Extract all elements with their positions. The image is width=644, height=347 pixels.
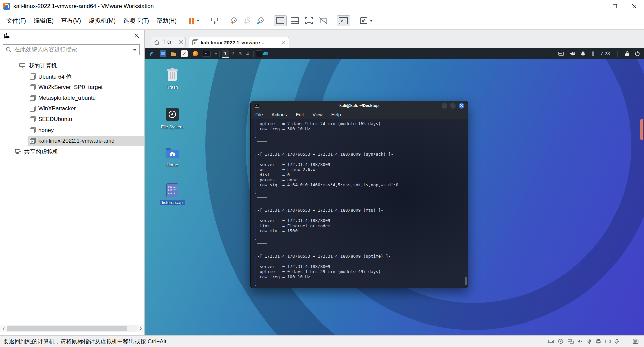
- sound-icon[interactable]: [578, 339, 583, 344]
- firefox-icon[interactable]: [192, 50, 199, 57]
- terminal-menu-edit[interactable]: Edit: [296, 112, 304, 117]
- menu-view[interactable]: 查看(V): [57, 15, 85, 27]
- hard-disk-icon[interactable]: [548, 339, 554, 344]
- message-log-icon[interactable]: [633, 339, 639, 344]
- search-options-caret[interactable]: [133, 49, 137, 51]
- chevron-down-icon: [370, 20, 373, 22]
- terminal-close-button[interactable]: [459, 103, 464, 109]
- minimize-icon: [593, 4, 597, 8]
- suspend-vm-button[interactable]: [187, 16, 201, 25]
- volume-icon[interactable]: [569, 51, 575, 56]
- revert-snapshot-button[interactable]: [241, 15, 253, 26]
- battery-icon[interactable]: [591, 51, 595, 56]
- fit-guest-button[interactable]: [358, 16, 375, 26]
- vm-icon: [30, 116, 36, 122]
- file-system-icon: [165, 107, 180, 122]
- terminal-launcher-icon[interactable]: >_: [203, 51, 211, 57]
- terminal-menu-view[interactable]: View: [313, 112, 323, 117]
- terminal-scrollbar-thumb[interactable]: [465, 277, 467, 285]
- terminal-menu-file[interactable]: File: [255, 112, 263, 117]
- network-icon[interactable]: [558, 51, 564, 56]
- vm-icon: [30, 73, 36, 80]
- desktop-icon-file-system[interactable]: File System: [157, 107, 188, 130]
- unity-mode-button[interactable]: [317, 16, 329, 26]
- paint-icon[interactable]: [262, 50, 269, 57]
- home-folder-icon: [165, 145, 180, 160]
- fullscreen-button[interactable]: [303, 16, 315, 26]
- take-snapshot-button[interactable]: [228, 15, 239, 26]
- tree-item-my-computer[interactable]: 我的计算机: [0, 60, 144, 71]
- terminal-maximize-button[interactable]: [450, 103, 456, 109]
- icon-label: Home: [165, 162, 180, 168]
- minimize-button[interactable]: [586, 0, 605, 12]
- workspace-1[interactable]: 1: [222, 50, 229, 58]
- workspace-3[interactable]: 3: [236, 50, 244, 58]
- tree-item-vm[interactable]: Metasploitable_ubuntu: [0, 93, 144, 103]
- logout-icon[interactable]: [635, 51, 640, 56]
- tab-home[interactable]: 主页: [151, 37, 186, 47]
- vm-icon: [30, 95, 36, 101]
- usb-icon[interactable]: [587, 339, 592, 344]
- scroll-right-arrow[interactable]: [137, 325, 144, 332]
- tree-item-vm[interactable]: WinXPattacker: [0, 103, 144, 114]
- tree-item-vm-selected[interactable]: kali-linux-2022.1-vmware-amd: [0, 136, 144, 146]
- microphone-icon[interactable]: [615, 339, 619, 344]
- sidebar-horizontal-scrollbar[interactable]: [0, 325, 144, 332]
- vm-vertical-scrollbar-thumb[interactable]: [640, 119, 643, 140]
- manage-snapshots-button[interactable]: [255, 15, 266, 26]
- window-title: kali-linux-2022.1-vmware-amd64 - VMware …: [13, 3, 154, 10]
- desktop-icon-listen-pcap[interactable]: 010101 010101 010101 listen.pcap: [157, 183, 188, 205]
- network-adapter-icon[interactable]: [568, 339, 574, 344]
- terminal-menu-help[interactable]: Help: [331, 112, 341, 117]
- terminal-menu-actions[interactable]: Actions: [272, 112, 287, 117]
- desktop-icon-trash[interactable]: Trash: [157, 67, 188, 90]
- search-input[interactable]: [14, 45, 128, 55]
- kali-menu-icon[interactable]: [149, 50, 156, 57]
- tree-item-shared-vms[interactable]: 共享的虚拟机: [0, 146, 144, 157]
- restore-button[interactable]: [605, 0, 625, 12]
- pcap-file-icon: 010101 010101 010101: [165, 183, 180, 198]
- camera-icon[interactable]: [605, 339, 611, 344]
- scrollbar-thumb[interactable]: [7, 326, 127, 331]
- terminal-output-area[interactable]: | uptime = 2 days 9 hrs 24 min (modulo 1…: [251, 119, 468, 288]
- lock-screen-icon[interactable]: [625, 51, 630, 56]
- desktop-icon-home[interactable]: Home: [157, 145, 188, 168]
- tab-close-button[interactable]: [282, 41, 285, 44]
- menu-tabs[interactable]: 选项卡(T): [119, 15, 153, 27]
- terminal-title: kali@kali: ~/Desktop: [251, 103, 468, 108]
- workspace-4[interactable]: 4: [244, 50, 251, 58]
- cd-dvd-icon[interactable]: [558, 339, 564, 344]
- console-view-toggle[interactable]: >_: [337, 15, 350, 26]
- terminal-menu-bar: File Actions Edit View Help: [251, 110, 468, 119]
- menu-vm[interactable]: 虚拟机(M): [85, 15, 119, 27]
- folder-icon[interactable]: [170, 50, 177, 57]
- library-close-button[interactable]: [133, 33, 140, 39]
- search-icon: [6, 47, 12, 53]
- show-thumbnails-toggle[interactable]: [289, 16, 301, 26]
- terminal-minimize-button[interactable]: [442, 103, 447, 109]
- tree-item-vm[interactable]: SEEDUbuntu: [0, 114, 144, 125]
- menu-file[interactable]: 文件(F): [3, 15, 30, 27]
- file-manager-icon[interactable]: [160, 50, 166, 57]
- show-library-toggle[interactable]: [274, 15, 287, 26]
- toolbar-separator: [205, 16, 205, 26]
- tree-item-vm[interactable]: Win2kServer_SP0_target: [0, 82, 144, 93]
- close-button[interactable]: [625, 0, 644, 12]
- tab-kali-vm[interactable]: kali-linux-2022.1-vmware-...: [189, 37, 289, 48]
- scroll-left-arrow[interactable]: [0, 325, 7, 332]
- menu-edit[interactable]: 编辑(E): [30, 15, 57, 27]
- tree-item-vm[interactable]: Ubuntu 64 位: [0, 71, 144, 82]
- tab-close-button[interactable]: [179, 40, 183, 44]
- workspace-2[interactable]: 2: [229, 50, 236, 58]
- xterm-icon[interactable]: [256, 50, 262, 57]
- text-editor-icon[interactable]: [181, 50, 188, 57]
- printer-icon[interactable]: [596, 339, 601, 344]
- chevron-down-icon[interactable]: [215, 53, 217, 54]
- menu-help[interactable]: 帮助(H): [153, 15, 180, 27]
- tree-item-vm[interactable]: honey: [0, 125, 144, 136]
- send-ctrl-alt-del-button[interactable]: [209, 15, 220, 26]
- notification-bell-icon[interactable]: [580, 51, 586, 56]
- terminal-title-bar[interactable]: kali@kali: ~/Desktop: [251, 101, 468, 110]
- vm-library-tree: 我的计算机 Ubuntu 64 位 Win2kServer_SP0_target…: [0, 60, 144, 157]
- panel-clock[interactable]: 7:23: [600, 51, 610, 56]
